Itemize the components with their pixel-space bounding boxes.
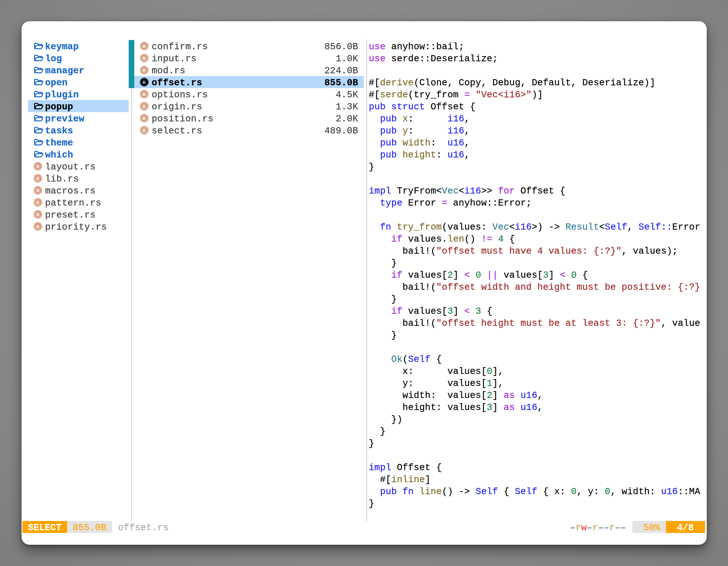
svg-text:R: R	[142, 91, 146, 97]
svg-text:R: R	[36, 212, 40, 217]
svg-text:R: R	[36, 224, 40, 229]
svg-text:R: R	[142, 79, 146, 85]
svg-text:R: R	[36, 200, 40, 205]
svg-text:R: R	[142, 104, 146, 109]
svg-text:R: R	[142, 128, 146, 133]
svg-text:R: R	[142, 55, 146, 61]
svg-text:R: R	[142, 67, 146, 73]
svg-text:R: R	[142, 43, 146, 49]
svg-text:R: R	[36, 176, 40, 181]
svg-text:R: R	[36, 188, 40, 193]
svg-text:R: R	[36, 164, 40, 169]
svg-text:R: R	[142, 116, 146, 121]
